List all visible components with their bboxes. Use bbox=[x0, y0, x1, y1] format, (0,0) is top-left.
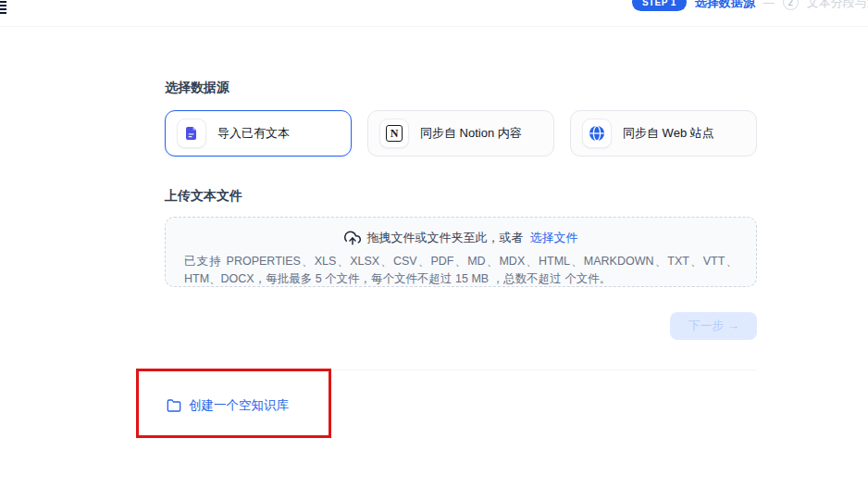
step-indicator: STEP 1 选择数据源 — 2 文本分段与清 bbox=[632, 0, 868, 11]
upload-cloud-icon bbox=[344, 230, 361, 246]
datasource-option-label: 同步自 Notion 内容 bbox=[420, 125, 522, 142]
datasource-option-import-text[interactable]: 导入已有文本 bbox=[165, 110, 352, 157]
notion-icon: N bbox=[379, 119, 409, 148]
globe-icon bbox=[582, 119, 612, 148]
actions-row: 下一步 → bbox=[165, 312, 757, 340]
main-content: 选择数据源 导入已有文本 N 同步自 Notion 内容 bbox=[165, 80, 757, 370]
create-knowledge-page: STEP 1 选择数据源 — 2 文本分段与清 选择数据源 导入已有文本 bbox=[0, 0, 868, 501]
file-text-icon bbox=[177, 119, 206, 148]
step-separator: — bbox=[763, 0, 775, 9]
create-empty-kb-link[interactable]: 创建一个空知识库 bbox=[167, 397, 289, 414]
step1-badge: STEP 1 bbox=[632, 0, 687, 11]
next-step-button[interactable]: 下一步 → bbox=[670, 312, 757, 340]
datasource-option-notion[interactable]: N 同步自 Notion 内容 bbox=[367, 110, 554, 157]
browse-files-link[interactable]: 选择文件 bbox=[530, 230, 578, 246]
step2-number: 2 bbox=[783, 0, 799, 10]
folder-icon bbox=[167, 398, 181, 413]
upload-heading: 上传文本文件 bbox=[165, 188, 757, 205]
file-dropzone[interactable]: 拖拽文件或文件夹至此，或者 选择文件 已支持 PROPERTIES、XLS、XL… bbox=[165, 217, 757, 287]
datasource-options: 导入已有文本 N 同步自 Notion 内容 同步自 Web 站点 bbox=[165, 110, 757, 157]
datasource-option-web[interactable]: 同步自 Web 站点 bbox=[570, 110, 757, 157]
datasource-heading: 选择数据源 bbox=[165, 80, 757, 96]
step1-label: 选择数据源 bbox=[695, 0, 755, 11]
datasource-option-label: 同步自 Web 站点 bbox=[623, 125, 714, 142]
top-bar: STEP 1 选择数据源 — 2 文本分段与清 bbox=[0, 0, 868, 27]
menu-fragment-icon bbox=[0, 1, 6, 14]
datasource-option-label: 导入已有文本 bbox=[217, 125, 290, 142]
supported-formats-hint: 已支持 PROPERTIES、XLS、XLSX、CSV、PDF、MD、MDX、H… bbox=[184, 253, 738, 289]
create-empty-kb-label: 创建一个空知识库 bbox=[189, 397, 289, 414]
dropzone-text: 拖拽文件或文件夹至此，或者 bbox=[367, 230, 524, 246]
step2-label: 文本分段与清 bbox=[807, 0, 868, 11]
